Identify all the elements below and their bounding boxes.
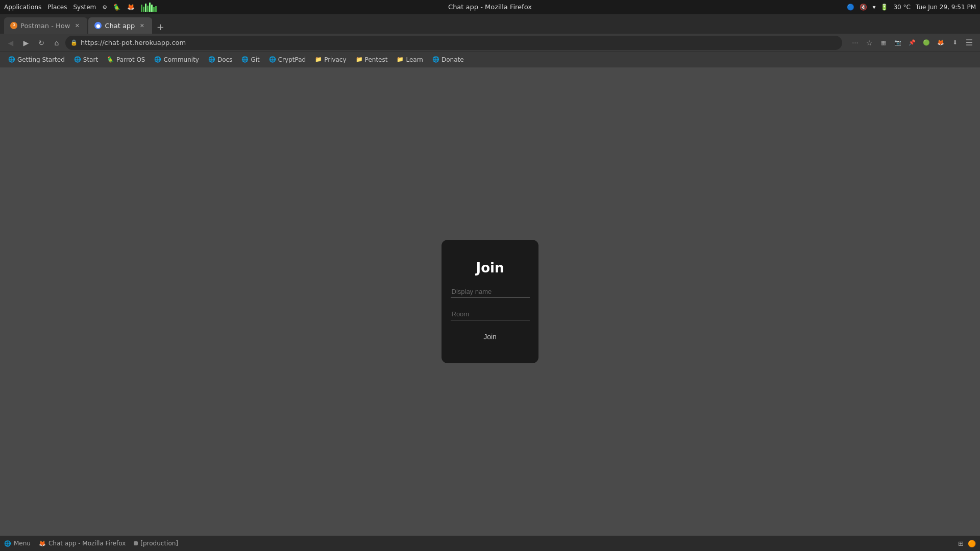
new-tab-button[interactable]: + xyxy=(153,19,167,34)
bookmark-cryptpad[interactable]: 🌐 CryptPad xyxy=(265,55,310,65)
bookmark-community[interactable]: 🌐 Community xyxy=(150,55,203,65)
pentest-label: Pentest xyxy=(365,56,388,63)
parrot-os-label: Parrot OS xyxy=(116,56,145,63)
tab1-favicon: P xyxy=(10,22,17,29)
nav-more-button[interactable]: 📌 xyxy=(905,36,919,49)
pentest-icon: 📁 xyxy=(356,56,363,63)
tab-bar: P Postman - How ✕ ● Chat app ✕ + xyxy=(0,14,980,34)
system-menu[interactable]: System xyxy=(73,4,96,11)
tab1-close[interactable]: ✕ xyxy=(73,21,81,30)
firefox-icon: 🦊 xyxy=(39,540,46,547)
cryptpad-label: CryptPad xyxy=(278,56,306,63)
url-text: https://chat-pot.herokuapp.com xyxy=(81,39,186,46)
production-label: [production] xyxy=(140,540,178,547)
applications-menu[interactable]: Applications xyxy=(4,4,41,11)
docs-icon: 🌐 xyxy=(208,56,215,63)
sys-icon-3: 🦊 xyxy=(127,4,135,11)
nav-bar: ◀ ▶ ↻ ⌂ 🔒 https://chat-pot.herokuapp.com… xyxy=(0,34,980,52)
tab1-label: Postman - How xyxy=(20,22,70,30)
volume-icon: 🔇 xyxy=(860,4,867,11)
screenshot-button[interactable]: 📷 xyxy=(891,36,904,49)
download-button[interactable]: ⬇ xyxy=(948,36,962,49)
donate-icon: 🌐 xyxy=(432,56,439,63)
status-bar-right: ⊞ 🟠 xyxy=(958,540,976,547)
production-dot xyxy=(134,541,138,545)
privacy-icon: 📁 xyxy=(315,56,322,63)
battery-icon: 🔋 xyxy=(880,4,888,11)
network-icon: ▾ xyxy=(872,4,875,11)
menu-status-item[interactable]: 🌐 Menu xyxy=(4,540,31,547)
sidebar-button[interactable]: ▦ xyxy=(877,36,890,49)
cpu-graph xyxy=(141,3,157,12)
bookmark-getting-started[interactable]: 🌐 Getting Started xyxy=(4,55,69,65)
addon1-button[interactable]: 🟢 xyxy=(920,36,933,49)
getting-started-icon: 🌐 xyxy=(8,56,15,63)
nav-actions: ⋯ ☆ ▦ 📷 📌 🟢 🦊 ⬇ ☰ xyxy=(848,36,976,49)
taskbar-icon[interactable]: 🟠 xyxy=(968,540,976,547)
address-bar[interactable]: 🔒 https://chat-pot.herokuapp.com xyxy=(65,36,842,50)
addon2-button[interactable]: 🦊 xyxy=(934,36,947,49)
window-label: Chat app - Mozilla Firefox xyxy=(48,540,126,547)
learn-icon: 📁 xyxy=(397,56,404,63)
datetime: Tue Jun 29, 9:51 PM xyxy=(916,4,976,11)
join-title: Join xyxy=(476,260,504,276)
bookmark-docs[interactable]: 🌐 Docs xyxy=(204,55,236,65)
privacy-label: Privacy xyxy=(324,56,346,63)
getting-started-label: Getting Started xyxy=(17,56,65,63)
bookmark-pentest[interactable]: 📁 Pentest xyxy=(352,55,392,65)
display-name-input[interactable] xyxy=(451,286,530,298)
git-icon: 🌐 xyxy=(241,56,249,63)
window-status-item[interactable]: 🦊 Chat app - Mozilla Firefox xyxy=(39,540,126,547)
room-input[interactable] xyxy=(451,308,530,320)
temperature: 30 °C xyxy=(893,4,910,11)
community-label: Community xyxy=(163,56,199,63)
bookmarks-bar: 🌐 Getting Started 🌐 Start 🦜 Parrot OS 🌐 … xyxy=(0,52,980,67)
bookmark-privacy[interactable]: 📁 Privacy xyxy=(311,55,350,65)
bookmark-parrot-os[interactable]: 🦜 Parrot OS xyxy=(103,55,149,65)
extensions-button[interactable]: ⋯ xyxy=(848,36,862,49)
sys-icon-2: 🦜 xyxy=(113,4,121,11)
home-button[interactable]: ⌂ xyxy=(50,36,63,49)
tab2-label: Chat app xyxy=(105,22,135,30)
menu-label: Menu xyxy=(14,540,31,547)
git-label: Git xyxy=(251,56,259,63)
main-content: Join Join xyxy=(0,67,980,536)
grid-icon[interactable]: ⊞ xyxy=(958,540,964,547)
bluetooth-icon: 🔵 xyxy=(847,4,854,11)
join-button[interactable]: Join xyxy=(479,331,501,343)
menu-button[interactable]: ☰ xyxy=(963,36,976,49)
status-bar: 🌐 Menu 🦊 Chat app - Mozilla Firefox [pro… xyxy=(0,536,980,551)
tab2-favicon: ● xyxy=(94,22,102,29)
bookmark-star-button[interactable]: ☆ xyxy=(863,36,876,49)
back-button[interactable]: ◀ xyxy=(4,36,17,49)
start-icon: 🌐 xyxy=(74,56,81,63)
tab2-close[interactable]: ✕ xyxy=(138,21,146,30)
join-card: Join Join xyxy=(442,240,538,363)
sys-icon-1: ⚙ xyxy=(102,4,107,11)
donate-label: Donate xyxy=(442,56,464,63)
learn-label: Learn xyxy=(406,56,423,63)
places-menu[interactable]: Places xyxy=(47,4,67,11)
tab-chat-app[interactable]: ● Chat app ✕ xyxy=(88,17,152,34)
parrot-os-icon: 🦜 xyxy=(107,56,114,63)
reload-button[interactable]: ↻ xyxy=(35,36,48,49)
window-title: Chat app - Mozilla Firefox xyxy=(448,0,532,14)
system-bar: Applications Places System ⚙ 🦜 🦊 Chat ap… xyxy=(0,0,980,14)
start-label: Start xyxy=(83,56,98,63)
system-bar-left: Applications Places System ⚙ 🦜 🦊 xyxy=(4,3,157,12)
bookmark-git[interactable]: 🌐 Git xyxy=(237,55,263,65)
tab-postman[interactable]: P Postman - How ✕ xyxy=(4,17,87,34)
bookmark-start[interactable]: 🌐 Start xyxy=(70,55,102,65)
bookmark-learn[interactable]: 📁 Learn xyxy=(393,55,427,65)
menu-icon: 🌐 xyxy=(4,540,11,547)
bookmark-donate[interactable]: 🌐 Donate xyxy=(428,55,468,65)
system-bar-right: 🔵 🔇 ▾ 🔋 30 °C Tue Jun 29, 9:51 PM xyxy=(847,4,976,11)
production-status: [production] xyxy=(134,540,178,547)
forward-button[interactable]: ▶ xyxy=(19,36,33,49)
community-icon: 🌐 xyxy=(154,56,161,63)
cryptpad-icon: 🌐 xyxy=(269,56,276,63)
docs-label: Docs xyxy=(217,56,232,63)
lock-icon: 🔒 xyxy=(70,39,78,46)
